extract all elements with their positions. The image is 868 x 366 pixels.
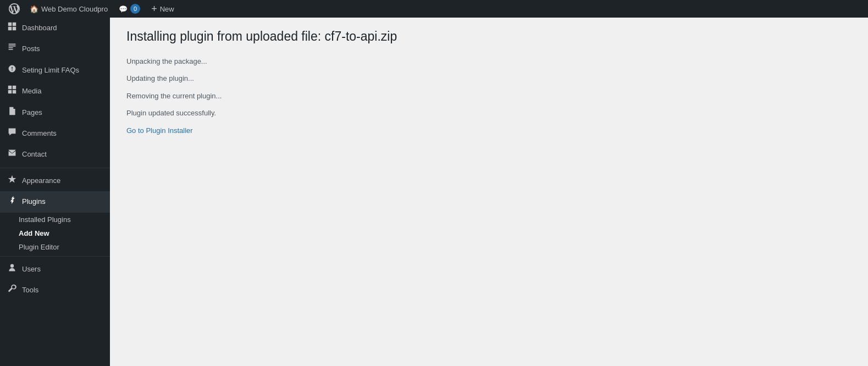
sidebar-item-faqs[interactable]: Seting Limit FAQs [0, 60, 110, 81]
wp-logo[interactable] [4, 0, 24, 18]
menu-separator-2 [0, 256, 110, 257]
submenu-installed-plugins[interactable]: Installed Plugins [0, 213, 110, 226]
home-icon: 🏠 [30, 5, 38, 13]
media-icon [7, 85, 18, 97]
pages-icon [7, 107, 18, 119]
submenu-plugin-editor[interactable]: Plugin Editor [0, 240, 110, 254]
svg-rect-3 [13, 27, 16, 30]
main-content: Installing plugin from uploaded file: cf… [110, 18, 868, 366]
new-content-button[interactable]: + New [146, 0, 180, 18]
install-log: Unpacking the package... Updating the pl… [126, 56, 857, 136]
sidebar-item-posts[interactable]: Posts [0, 38, 110, 59]
submenu-add-new[interactable]: Add New [0, 226, 110, 240]
site-name[interactable]: 🏠 Web Demo Cloudpro [24, 0, 113, 18]
svg-rect-0 [8, 23, 12, 26]
menu-separator-1 [0, 168, 110, 168]
contact-icon [7, 148, 18, 160]
comments-sidebar-icon [7, 127, 18, 140]
go-to-installer-paragraph: Go to Plugin Installer [126, 125, 857, 136]
sidebar-item-appearance[interactable]: Appearance [0, 170, 110, 191]
posts-icon [7, 43, 18, 55]
log-updating: Updating the plugin... [126, 73, 857, 84]
sidebar-item-dashboard[interactable]: Dashboard [0, 18, 110, 38]
dashboard-icon [7, 22, 18, 34]
faqs-icon [7, 64, 18, 76]
sidebar-item-tools[interactable]: Tools [0, 280, 110, 301]
go-to-installer-link[interactable]: Go to Plugin Installer [126, 126, 193, 135]
admin-bar: 🏠 Web Demo Cloudpro 💬 0 + New [0, 0, 868, 18]
svg-rect-1 [13, 23, 16, 26]
comment-count: 0 [130, 4, 140, 14]
svg-rect-5 [13, 86, 16, 89]
page-title: Installing plugin from uploaded file: cf… [126, 29, 857, 45]
plugins-icon [7, 196, 18, 208]
sidebar-item-plugins[interactable]: Plugins [0, 191, 110, 212]
svg-rect-2 [8, 27, 12, 30]
plus-icon: + [151, 3, 157, 15]
sidebar-item-users[interactable]: Users [0, 259, 110, 280]
svg-rect-6 [8, 90, 12, 93]
sidebar-item-comments[interactable]: Comments [0, 123, 110, 144]
tools-icon [7, 284, 18, 296]
comments-button[interactable]: 💬 0 [113, 0, 146, 18]
log-success: Plugin updated successfully. [126, 108, 857, 119]
sidebar-item-media[interactable]: Media [0, 81, 110, 102]
svg-rect-4 [8, 86, 12, 89]
sidebar-item-pages[interactable]: Pages [0, 102, 110, 123]
sidebar: Dashboard Posts Seting Limit FAQs Media [0, 18, 110, 366]
users-icon [7, 263, 18, 275]
sidebar-item-contact[interactable]: Contact [0, 144, 110, 165]
svg-rect-7 [13, 90, 16, 93]
log-unpacking: Unpacking the package... [126, 56, 857, 67]
appearance-icon [7, 175, 18, 187]
log-removing: Removing the current plugin... [126, 91, 857, 102]
comments-icon: 💬 [119, 5, 128, 13]
wrap: Installing plugin from uploaded file: cf… [126, 29, 857, 136]
